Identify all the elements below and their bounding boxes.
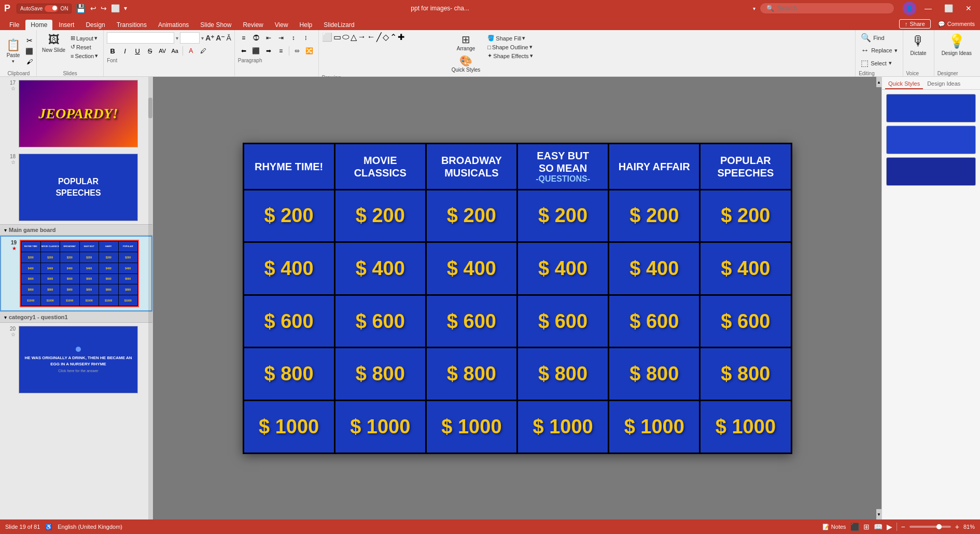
shape-triangle[interactable]: △ [351,32,357,42]
align-left-button[interactable]: ⬅ [238,45,249,57]
strikethrough-button[interactable]: S [144,45,156,57]
new-slide-button[interactable]: 🖼 New Slide [40,32,67,54]
tab-view[interactable]: View [270,20,293,30]
tab-help[interactable]: Help [295,20,318,30]
shape-outline-button[interactable]: □ Shape Outline ▾ [485,43,535,51]
cell-0-2[interactable]: $ 600 [244,296,334,347]
category-header-1[interactable]: MOVIE CLASSICS [335,144,425,189]
cell-5-1[interactable]: $ 400 [701,243,790,294]
avatar[interactable]: 👤 [903,2,916,15]
design-item-3[interactable] [886,157,976,186]
scroll-thumb[interactable] [148,98,152,118]
tab-design-ideas[interactable]: Design Ideas [923,79,964,89]
autosave-toggle[interactable]: AutoSave ON [17,4,72,13]
search-input[interactable] [777,5,881,12]
cell-1-0[interactable]: $ 200 [335,190,425,242]
char-spacing-button[interactable]: AV [157,45,168,57]
scroll-down-button[interactable]: ▼ [876,509,881,519]
cell-3-2[interactable]: $ 600 [518,296,608,347]
bullets-button[interactable]: ≡ [238,32,249,44]
scroll-up-button[interactable]: ▲ [876,77,881,87]
category-header-0[interactable]: RHYME TIME! [244,144,334,189]
accessibility-icon[interactable]: ♿ [45,524,52,530]
clear-format-button[interactable]: Ā [226,34,231,42]
shape-diamond[interactable]: ◇ [383,32,389,42]
font-name-input[interactable] [107,32,174,44]
slide-thumb-19[interactable]: RHYME TIME MOVIE CLASSICS BROADWAY EASY … [20,240,139,307]
replace-button[interactable]: ↔ Replace ▾ [859,45,899,56]
tab-home[interactable]: Home [25,20,52,30]
cell-0-1[interactable]: $ 400 [244,243,334,294]
align-center-button[interactable]: ⬛ [250,45,262,57]
minimize-button[interactable]: — [920,3,936,13]
format-painter-button[interactable]: 🖌 [24,57,34,66]
cell-0-3[interactable]: $ 800 [244,348,334,400]
cell-1-1[interactable]: $ 400 [335,243,425,294]
notes-button[interactable]: 📝 Notes [822,524,846,530]
underline-button[interactable]: U [132,45,143,57]
zoom-slider[interactable] [909,526,951,528]
slide-panel[interactable]: 17 ☆ JEOPARDY! 18 ☆ POPULARSPEECHES ▾ Ma… [0,77,153,519]
category-header-3[interactable]: EASY BUTSO MEAN -QUESTIONS- [518,144,608,189]
quick-styles-button[interactable]: 🎨 Quick Styles [449,53,484,74]
canvas-area[interactable]: ▲ ▼ RHYME TIME! MOVIE CLASSICS BROADWAY … [153,77,881,519]
cell-2-3[interactable]: $ 800 [427,348,516,400]
cell-5-2[interactable]: $ 600 [701,296,790,347]
slide-item-20[interactable]: 20 ☆ HE WAS ORIGINALLY A DRINK, THEN HE … [0,323,152,396]
section-collapse-icon[interactable]: ▾ [4,227,7,233]
slide-thumb-18[interactable]: POPULARSPEECHES [19,154,138,221]
zoom-out-button[interactable]: − [901,523,905,531]
copy-button[interactable]: ⬛ [24,47,34,56]
shape-arrow-left[interactable]: ← [367,32,375,42]
cell-2-1[interactable]: $ 400 [427,243,516,294]
cell-3-3[interactable]: $ 800 [518,348,608,400]
text-direction-button[interactable]: ⬄ [291,45,303,57]
tab-slideshow[interactable]: Slide Show [195,20,236,30]
arrange-button[interactable]: ⊞ Arrange [449,32,484,52]
cell-2-4[interactable]: $ 1000 [427,401,516,453]
shape-oval[interactable]: ⬭ [342,32,349,42]
shape-rect[interactable]: ⬜ [322,32,332,42]
cell-1-4[interactable]: $ 1000 [335,401,425,453]
slide-item-19[interactable]: 19 ★ RHYME TIME MOVIE CLASSICS BROADWAY … [0,236,152,311]
jeopardy-board[interactable]: RHYME TIME! MOVIE CLASSICS BROADWAY MUSI… [243,143,792,454]
font-size-dropdown[interactable]: ▾ [201,35,204,41]
tab-review[interactable]: Review [237,20,268,30]
find-button[interactable]: 🔍 Find [859,32,899,43]
cell-2-0[interactable]: $ 200 [427,190,516,242]
cell-3-4[interactable]: $ 1000 [518,401,608,453]
cell-0-0[interactable]: $ 200 [244,190,334,242]
cell-4-0[interactable]: $ 200 [609,190,699,242]
cell-3-1[interactable]: $ 400 [518,243,608,294]
close-button[interactable]: ✕ [961,3,976,13]
slide-thumb-17[interactable]: JEOPARDY! [19,80,138,147]
font-name-dropdown[interactable]: ▾ [176,35,178,41]
convert-smartart-button[interactable]: 🔀 [304,45,315,57]
normal-view-button[interactable]: ⬛ [850,523,859,531]
font-size-input[interactable]: 32 [180,32,200,44]
restore-button[interactable]: ⬜ [940,3,957,13]
tab-slidelizard[interactable]: SlideLizard [318,20,359,30]
shape-line[interactable]: ╱ [376,32,382,42]
shape-fill-button[interactable]: 🪣 Shape Fill ▾ [485,34,535,42]
cell-4-3[interactable]: $ 800 [609,348,699,400]
shape-chevron[interactable]: ⌃ [390,32,397,42]
justify-button[interactable]: ≡ [275,45,287,57]
save-button[interactable]: 💾 [76,4,86,13]
shape-effects-button[interactable]: ✦ Shape Effects ▾ [485,52,535,60]
text-highlight-button[interactable]: 🖊 [198,45,209,57]
redo-button[interactable]: ↪ [101,4,107,12]
category-header-4[interactable]: HAIRY AFFAIR [609,144,699,189]
slide-canvas[interactable]: RHYME TIME! MOVIE CLASSICS BROADWAY MUSI… [243,143,792,454]
change-case-button[interactable]: Aa [169,45,180,57]
tab-quick-styles[interactable]: Quick Styles [885,79,923,89]
columns-button[interactable]: ⫶ [300,32,312,44]
increase-font-button[interactable]: A⁺ [205,34,214,42]
decrease-indent-button[interactable]: ⇤ [263,32,274,44]
decrease-font-button[interactable]: A⁻ [216,34,225,42]
shape-arrow-right[interactable]: → [358,32,366,42]
select-button[interactable]: ⬚ Select ▾ [859,58,899,69]
undo-button[interactable]: ↩ [90,4,96,12]
cell-5-4[interactable]: $ 1000 [701,401,790,453]
cell-2-2[interactable]: $ 600 [427,296,516,347]
